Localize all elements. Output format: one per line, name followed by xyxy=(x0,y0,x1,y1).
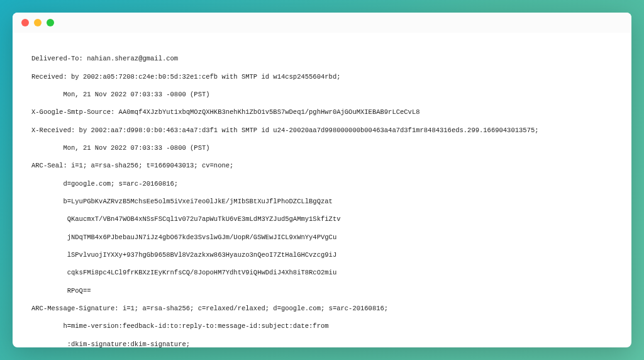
header-line: X-Received: by 2002:aa7:d998:0:b0:463:a4… xyxy=(31,126,613,135)
header-line: ARC-Message-Signature: i=1; a=rsa-sha256… xyxy=(31,304,613,313)
header-line: QKaucmxT/VBn47WOB4xNSsFSCql1v072u7apWuTk… xyxy=(31,215,613,223)
header-line: lSPvlvuojIYXXy+937hgGb9658BVl8V2azkxw863… xyxy=(31,250,613,259)
header-line: Mon, 21 Nov 2022 07:03:33 -0800 (PST) xyxy=(31,90,613,99)
zoom-icon[interactable] xyxy=(47,19,54,26)
header-line: jNDqTMB4x6PJbebauJN7iJz4gbO67kde3SvslwGJ… xyxy=(31,233,613,242)
email-headers-content: Delivered-To: nahian.sheraz@gmail.com Re… xyxy=(13,33,631,347)
header-line: Mon, 21 Nov 2022 07:03:33 -0800 (PST) xyxy=(31,143,613,152)
window-titlebar xyxy=(13,13,631,33)
minimize-icon[interactable] xyxy=(34,19,42,26)
header-line: Received: by 2002:a05:7208:c24e:b0:5d:32… xyxy=(31,72,613,81)
header-line: cqksFMi8pc4LCl9frKBXzIEyKrnfsCQ/8JopoHM7… xyxy=(31,268,613,277)
header-line: b=LyuPGbKvAZRvzB5MchsEe5olm5iVxei7eo0lJk… xyxy=(31,197,613,206)
header-line: d=google.com; s=arc-20160816; xyxy=(31,179,613,188)
header-line: ARC-Seal: i=1; a=rsa-sha256; t=166904301… xyxy=(31,161,613,170)
header-line: :dkim-signature:dkim-signature; xyxy=(31,340,613,347)
header-line: h=mime-version:feedback-id:to:reply-to:m… xyxy=(31,322,613,330)
close-icon[interactable] xyxy=(21,19,29,26)
terminal-window: Delivered-To: nahian.sheraz@gmail.com Re… xyxy=(13,13,631,347)
header-line: Delivered-To: nahian.sheraz@gmail.com xyxy=(31,54,613,63)
header-line: X-Google-Smtp-Source: AA0mqf4XJzbYut1xbq… xyxy=(31,108,613,116)
header-line: RPoQ== xyxy=(31,286,613,295)
